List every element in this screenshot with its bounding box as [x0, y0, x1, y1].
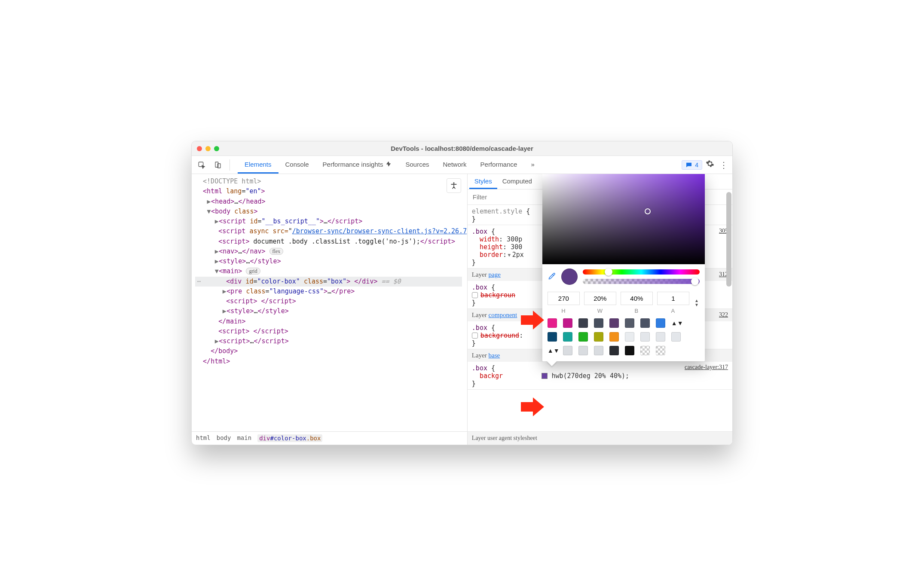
alpha-slider[interactable] [583, 279, 700, 284]
palette-swatch[interactable] [578, 332, 588, 342]
property-toggle-checkbox[interactable] [472, 333, 478, 339]
picker-sv-cursor-icon[interactable] [645, 208, 651, 214]
palette-swatch[interactable] [656, 318, 665, 328]
dom-main-close[interactable]: </main> [195, 317, 462, 327]
palette-page-stepper[interactable]: ▲▼ [671, 320, 677, 327]
palette-swatch[interactable] [656, 332, 665, 342]
rule-source-link[interactable]: cascade-layer:317 [685, 364, 728, 371]
styles-panel: Styles Computed Layout Event Listeners »… [468, 174, 732, 445]
palette-swatch[interactable] [609, 332, 619, 342]
dom-pre[interactable]: ▶<pre class="language-css">…</pre> [195, 287, 462, 296]
palette-swatch[interactable] [656, 346, 665, 355]
tab-computed[interactable]: Computed [497, 174, 537, 189]
annotation-arrow-icon [521, 397, 544, 416]
svg-point-3 [453, 183, 454, 184]
palette-swatch[interactable] [594, 318, 603, 328]
tab-network[interactable]: Network [436, 156, 474, 174]
scrollbar-thumb[interactable] [726, 192, 731, 287]
rule-source-link[interactable]: 322 [719, 311, 728, 318]
palette-swatch[interactable] [563, 346, 572, 355]
dom-script-inline[interactable]: <script> document .body .classList .togg… [195, 237, 462, 247]
picker-w-label: W [584, 308, 616, 314]
more-button[interactable]: ⋮ [718, 160, 730, 170]
accessibility-button[interactable] [447, 178, 461, 193]
tab-performance[interactable]: Performance [474, 156, 524, 174]
dom-selected-div[interactable]: ⋯ <div id="color-box" class="box"> </div… [195, 277, 462, 287]
palette-swatch[interactable] [640, 346, 650, 355]
palette-swatch[interactable] [625, 332, 634, 342]
palette-swatch[interactable] [640, 332, 650, 342]
tabs-overflow-button[interactable]: » [524, 156, 541, 174]
picker-w-input[interactable] [584, 292, 616, 305]
dom-html-close[interactable]: </html> [195, 357, 462, 366]
palette-swatch[interactable] [578, 318, 588, 328]
annotation-arrow-icon [521, 311, 544, 330]
palette-swatch[interactable] [548, 318, 557, 328]
crumb-html[interactable]: html [196, 434, 211, 442]
picker-a-input[interactable] [657, 292, 689, 305]
color-picker: H W B A ▲▼ ▲▼▲▼ [542, 174, 705, 361]
picker-h-label: H [548, 308, 580, 314]
main-toolbar: Elements Console Performance insights So… [192, 156, 732, 174]
palette-swatch[interactable] [594, 332, 603, 342]
dom-script-async[interactable]: <script async src="/browser-sync/browser… [195, 226, 462, 236]
layer-link-page[interactable]: page [489, 271, 501, 278]
palette-swatch[interactable] [609, 346, 619, 355]
picker-b-input[interactable] [621, 292, 653, 305]
crumb-body[interactable]: body [217, 434, 231, 442]
dom-script-4[interactable]: <script> </script> [195, 296, 462, 306]
tab-performance-insights[interactable]: Performance insights [316, 156, 399, 174]
palette-swatch[interactable] [563, 332, 572, 342]
palette-swatch[interactable] [640, 318, 650, 328]
palette-swatch[interactable] [548, 332, 557, 342]
toggle-device-button[interactable] [211, 159, 225, 171]
inspect-element-button[interactable] [194, 159, 209, 171]
property-toggle-checkbox[interactable] [472, 292, 478, 298]
dom-nav[interactable]: ▶<nav>…</nav> flex [195, 247, 462, 256]
crumb-current[interactable]: div#color-box.box [257, 434, 322, 442]
titlebar: DevTools - localhost:8080/demo/cascade-l… [192, 141, 732, 156]
dom-html-open[interactable]: <html lang="en"> [195, 186, 462, 196]
dom-main-open[interactable]: ▼<main> grid [195, 266, 462, 276]
tab-elements[interactable]: Elements [238, 156, 278, 174]
picker-a-label: A [657, 308, 689, 314]
dom-tree[interactable]: <!DOCTYPE html> <html lang="en"> ▶<head>… [192, 174, 467, 431]
window-title: DevTools - localhost:8080/demo/cascade-l… [192, 145, 732, 152]
palette-swatch[interactable] [671, 332, 681, 342]
palette-swatch[interactable] [578, 346, 588, 355]
layer-link-components[interactable]: component [489, 311, 517, 318]
picker-inputs: H W B A ▲▼ [542, 289, 705, 315]
hue-slider[interactable] [583, 269, 700, 275]
issues-count: 4 [695, 162, 698, 168]
tab-label: Performance insights [323, 161, 383, 168]
tab-styles[interactable]: Styles [469, 174, 497, 189]
dom-script-6[interactable]: ▶<script>…</script> [195, 336, 462, 346]
palette-swatch[interactable] [625, 318, 634, 328]
palette-swatch[interactable] [609, 318, 619, 328]
issues-icon [685, 162, 692, 168]
tab-sources[interactable]: Sources [398, 156, 436, 174]
dom-body-open[interactable]: ▼<body class> [195, 207, 462, 217]
layer-link-base[interactable]: base [489, 352, 500, 359]
eyedropper-button[interactable] [548, 272, 556, 282]
issues-button[interactable]: 4 [682, 160, 702, 170]
breadcrumb[interactable]: html body main div#color-box.box [192, 431, 467, 445]
palette-swatch[interactable] [563, 318, 572, 328]
dom-script-bs[interactable]: ▶<script id="__bs_script__">…</script> [195, 217, 462, 226]
dom-head[interactable]: ▶<head>…</head> [195, 197, 462, 207]
crumb-main[interactable]: main [237, 434, 251, 442]
picker-h-input[interactable] [548, 292, 580, 305]
dom-style-1[interactable]: ▶<style>…</style> [195, 256, 462, 266]
picker-format-stepper[interactable]: ▲▼ [694, 299, 700, 307]
palette-swatch[interactable] [594, 346, 603, 355]
palette-swatch[interactable] [625, 346, 634, 355]
palette-page-stepper[interactable]: ▲▼ [548, 347, 557, 354]
dom-body-close[interactable]: </body> [195, 346, 462, 356]
main-tabs: Elements Console Performance insights So… [238, 156, 542, 174]
picker-sv-field[interactable] [542, 174, 705, 264]
dom-style-2[interactable]: ▶<style>…</style> [195, 306, 462, 316]
color-swatch-icon[interactable] [542, 373, 548, 379]
tab-console[interactable]: Console [278, 156, 316, 174]
dom-script-5[interactable]: <script> </script> [195, 327, 462, 336]
settings-button[interactable] [704, 159, 716, 170]
